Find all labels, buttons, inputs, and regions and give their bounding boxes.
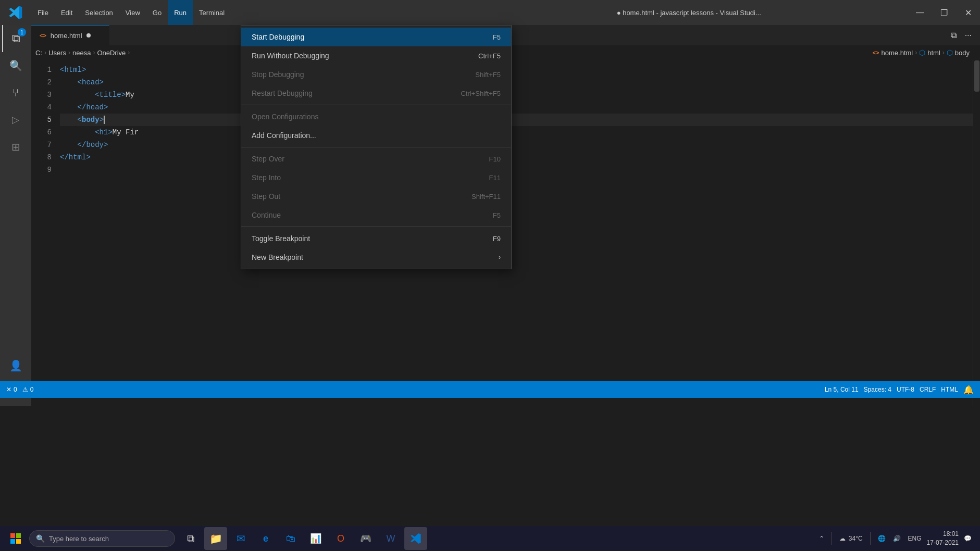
tray-weather[interactable]: ☁ 34°C — [837, 534, 864, 543]
line-num-3: 3 — [31, 89, 52, 101]
taskbar-icons: ⧉ 📁 ✉ e 🛍 📊 O 🎮 W — [179, 527, 427, 550]
line-num-4: 4 — [31, 101, 52, 114]
sidebar-icon-account[interactable]: 👤 — [2, 352, 29, 379]
code-line-4: </head> — [60, 101, 973, 114]
start-button[interactable] — [2, 526, 29, 551]
clock-time: 18:01 — [927, 530, 959, 539]
code-token: > — [100, 114, 104, 126]
taskbar-edge[interactable]: e — [254, 527, 277, 550]
code-editor[interactable]: <html> <head> <title>My </head> <body> <… — [60, 59, 973, 406]
tray-volume[interactable]: 🔊 — [891, 534, 903, 543]
more-actions-button[interactable]: ··· — [963, 29, 974, 42]
status-position[interactable]: Ln 5, Col 11 — [823, 386, 861, 393]
menu-item-add-configuration[interactable]: Add Configuration... — [241, 126, 511, 145]
menu-terminal[interactable]: Terminal — [193, 0, 231, 25]
line-num-2: 2 — [31, 76, 52, 89]
breadcrumb-filename[interactable]: home.html — [882, 49, 913, 57]
tray-show-hidden[interactable]: ⌃ — [817, 534, 826, 543]
sidebar-icon-run[interactable]: ▷ — [2, 106, 29, 133]
taskbar-word[interactable]: W — [379, 527, 402, 550]
menu-selection[interactable]: Selection — [79, 0, 119, 25]
breadcrumb-c[interactable]: C: — [35, 49, 42, 57]
tray-lang[interactable]: ENG — [906, 534, 924, 543]
clock[interactable]: 18:01 17-07-2021 — [927, 530, 959, 547]
menu-item-run-without-debugging[interactable]: Run Without Debugging Ctrl+F5 — [241, 46, 511, 65]
tab-label: home.html — [51, 32, 82, 40]
status-language[interactable]: HTML — [939, 386, 960, 393]
sidebar-icon-explorer[interactable]: ⧉ 1 — [2, 25, 29, 52]
close-button[interactable]: ✕ — [956, 0, 980, 25]
menu-go[interactable]: Go — [146, 0, 168, 25]
taskbar-file-explorer[interactable]: 📁 — [204, 527, 227, 550]
cursor — [104, 116, 105, 124]
menu-section-4: Toggle Breakpoint F9 New Breakpoint › — [241, 227, 511, 269]
menu-section-1: Start Debugging F5 Run Without Debugging… — [241, 26, 511, 105]
scrollbar[interactable] — [973, 59, 980, 406]
breadcrumb-onedrive[interactable]: OneDrive — [97, 49, 126, 57]
weather-temp: 34°C — [849, 535, 863, 542]
code-token — [60, 101, 78, 114]
store-icon: 🛍 — [286, 533, 295, 544]
taskbar-xbox[interactable]: 🎮 — [354, 527, 377, 550]
sidebar-bottom: 👤 ⚙ — [2, 352, 29, 406]
code-token — [60, 76, 78, 89]
menu-item-label: Run Without Debugging — [252, 52, 478, 60]
menu-item-toggle-breakpoint[interactable]: Toggle Breakpoint F9 — [241, 229, 511, 248]
taskbar-search-icon: 🔍 — [36, 534, 45, 543]
menu-edit[interactable]: Edit — [55, 0, 79, 25]
tray-divider2 — [870, 532, 871, 545]
minimize-button[interactable]: — — [908, 0, 932, 25]
code-token: </head> — [78, 101, 108, 114]
code-token — [60, 89, 95, 101]
window-title: ● home.html - javascript lessons - Visua… — [470, 9, 909, 17]
edge-icon: e — [263, 533, 268, 544]
line-num-9: 9 — [31, 164, 52, 176]
breadcrumb-body[interactable]: body — [955, 49, 970, 57]
error-icon: ✕ — [6, 386, 11, 393]
menu-file[interactable]: File — [31, 0, 55, 25]
weather-icon: ☁ — [839, 535, 846, 542]
taskbar-search[interactable]: 🔍 Type here to search — [29, 530, 175, 547]
maximize-button[interactable]: ❐ — [932, 0, 956, 25]
status-right: Ln 5, Col 11 Spaces: 4 UTF-8 CRLF HTML 🔔 — [823, 385, 976, 395]
sidebar-icon-extensions[interactable]: ⊞ — [2, 133, 29, 160]
office-icon: O — [337, 533, 344, 544]
breadcrumb-users[interactable]: Users — [48, 49, 66, 57]
svg-rect-3 — [16, 539, 21, 544]
tab-home-html[interactable]: <> home.html — [31, 25, 109, 45]
status-errors[interactable]: ✕ 0 ⚠ 0 — [4, 381, 35, 398]
menu-item-shortcut: Shift+F11 — [472, 193, 501, 201]
breadcrumb-html[interactable]: html — [927, 49, 940, 57]
tray-network[interactable]: 🌐 — [876, 534, 888, 543]
status-spaces[interactable]: Spaces: 4 — [862, 386, 894, 393]
menu-item-new-breakpoint[interactable]: New Breakpoint › — [241, 248, 511, 267]
menu-run[interactable]: Run — [168, 0, 193, 25]
taskbar-teams[interactable]: 📊 — [304, 527, 327, 550]
menu-item-start-debugging[interactable]: Start Debugging F5 — [241, 28, 511, 46]
taskbar-vscode[interactable] — [404, 527, 427, 550]
status-encoding[interactable]: UTF-8 — [895, 386, 916, 393]
source-control-icon: ⑂ — [13, 87, 19, 99]
menu-view[interactable]: View — [119, 0, 146, 25]
status-notifications-icon[interactable]: 🔔 — [961, 385, 976, 395]
status-line-ending[interactable]: CRLF — [917, 386, 938, 393]
tray-notification[interactable]: 💬 — [962, 534, 974, 543]
taskbar-office[interactable]: O — [329, 527, 352, 550]
sidebar-icon-source-control[interactable]: ⑂ — [2, 79, 29, 106]
scrollbar-thumb[interactable] — [974, 60, 979, 92]
tray-divider — [832, 532, 832, 545]
breadcrumb-neesa[interactable]: neesa — [72, 49, 91, 57]
menu-item-label: Start Debugging — [252, 33, 493, 41]
sidebar-icon-search[interactable]: 🔍 — [2, 52, 29, 79]
warning-icon: ⚠ — [22, 386, 28, 393]
taskbar-store[interactable]: 🛍 — [279, 527, 302, 550]
taskbar-task-view[interactable]: ⧉ — [179, 527, 202, 550]
submenu-arrow-icon: › — [499, 254, 501, 261]
taskbar-mail[interactable]: ✉ — [229, 527, 252, 550]
extensions-icon: ⊞ — [11, 141, 20, 153]
breadcrumb-sep-2: › — [68, 49, 70, 56]
split-editor-button[interactable]: ⧉ — [949, 29, 959, 42]
tab-modified-indicator — [86, 33, 91, 37]
menu-item-label: Step Out — [252, 192, 472, 201]
xbox-icon: 🎮 — [360, 533, 371, 544]
